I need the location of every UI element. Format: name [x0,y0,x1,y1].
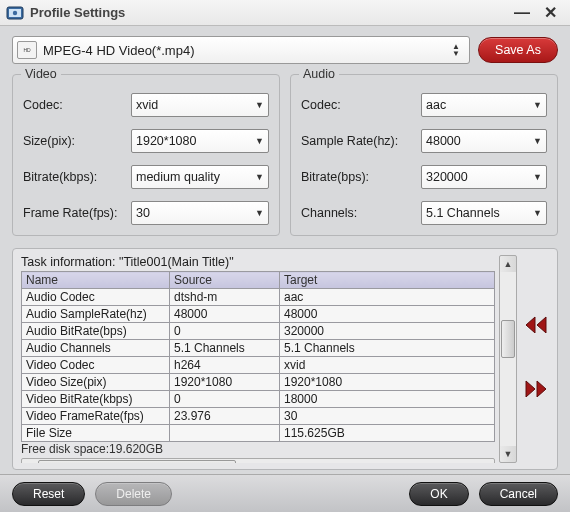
video-codec-label: Codec: [23,98,131,112]
table-row[interactable]: Video FrameRate(fps)23.97630 [22,408,495,425]
free-disk-label: Free disk space:19.620GB [21,442,495,456]
cell-source: h264 [170,357,280,374]
cell-name: Audio Channels [22,340,170,357]
table-row[interactable]: Video BitRate(kbps)018000 [22,391,495,408]
profile-select[interactable]: HD MPEG-4 HD Video(*.mp4) ▲▼ [12,36,470,64]
save-as-button[interactable]: Save As [478,37,558,63]
cell-source: 48000 [170,306,280,323]
cell-target: 1920*1080 [280,374,495,391]
col-name[interactable]: Name [22,272,170,289]
chevron-down-icon: ▼ [251,172,264,182]
video-legend: Video [21,67,61,81]
bottom-bar: Reset Delete OK Cancel [0,474,570,512]
cell-source: 0 [170,391,280,408]
cell-target: aac [280,289,495,306]
cancel-button[interactable]: Cancel [479,482,558,506]
updown-icon: ▲▼ [447,43,465,57]
reset-button[interactable]: Reset [12,482,85,506]
cell-source: dtshd-m [170,289,280,306]
cell-source: 23.976 [170,408,280,425]
video-framerate-label: Frame Rate(fps): [23,206,131,220]
profile-select-value: MPEG-4 HD Video(*.mp4) [43,43,447,58]
audio-bitrate-select[interactable]: 320000▼ [421,165,547,189]
title-bar: Profile Settings — ✕ [0,0,570,26]
audio-channels-label: Channels: [301,206,421,220]
video-size-select[interactable]: 1920*1080▼ [131,129,269,153]
audio-codec-label: Codec: [301,98,421,112]
video-codec-select[interactable]: xvid▼ [131,93,269,117]
minimize-button[interactable]: — [508,4,536,22]
cell-name: Video Codec [22,357,170,374]
chevron-down-icon: ▼ [529,208,542,218]
video-file-icon: HD [17,41,37,59]
audio-samplerate-select[interactable]: 48000▼ [421,129,547,153]
scroll-left-icon[interactable]: ◀ [22,461,38,464]
scroll-right-icon[interactable]: ▶ [478,461,494,464]
scroll-thumb-v[interactable] [501,320,515,358]
chevron-down-icon: ▼ [529,136,542,146]
ok-button[interactable]: OK [409,482,468,506]
cell-target: 115.625GB [280,425,495,442]
video-framerate-select[interactable]: 30▼ [131,201,269,225]
col-source[interactable]: Source [170,272,280,289]
col-target[interactable]: Target [280,272,495,289]
video-panel: Video Codec: xvid▼ Size(pix): 1920*1080▼… [12,74,280,236]
cell-target: 48000 [280,306,495,323]
cell-target: 18000 [280,391,495,408]
audio-bitrate-label: Bitrate(bps): [301,170,421,184]
window-title: Profile Settings [30,5,508,20]
cell-name: File Size [22,425,170,442]
audio-channels-select[interactable]: 5.1 Channels▼ [421,201,547,225]
cell-source [170,425,280,442]
chevron-down-icon: ▼ [529,100,542,110]
close-button[interactable]: ✕ [536,3,564,22]
prev-task-button[interactable] [524,315,548,339]
next-task-button[interactable] [524,379,548,403]
table-row[interactable]: Audio BitRate(bps)0320000 [22,323,495,340]
cell-target: 30 [280,408,495,425]
table-row[interactable]: Audio Codecdtshd-maac [22,289,495,306]
audio-samplerate-label: Sample Rate(hz): [301,134,421,148]
chevron-down-icon: ▼ [529,172,542,182]
video-bitrate-select[interactable]: medium quality▼ [131,165,269,189]
table-row[interactable]: Video Size(pix)1920*10801920*1080 [22,374,495,391]
cell-name: Video Size(pix) [22,374,170,391]
task-table: Name Source Target Audio Codecdtshd-maac… [21,271,495,442]
horizontal-scrollbar[interactable]: ◀ ▶ [21,458,495,463]
scroll-thumb-h[interactable] [38,460,236,463]
table-row[interactable]: Audio Channels5.1 Channels5.1 Channels [22,340,495,357]
cell-name: Audio BitRate(bps) [22,323,170,340]
table-row[interactable]: File Size115.625GB [22,425,495,442]
table-row[interactable]: Audio SampleRate(hz)4800048000 [22,306,495,323]
chevron-down-icon: ▼ [251,136,264,146]
cell-name: Audio Codec [22,289,170,306]
cell-target: xvid [280,357,495,374]
task-info-panel: Task information: "Title001(Main Title)"… [12,248,558,470]
cell-source: 0 [170,323,280,340]
svg-point-2 [13,10,17,14]
cell-target: 5.1 Channels [280,340,495,357]
scroll-down-icon[interactable]: ▼ [500,446,516,462]
video-bitrate-label: Bitrate(kbps): [23,170,131,184]
vertical-scrollbar[interactable]: ▲ ▼ [499,255,517,463]
cell-name: Video BitRate(kbps) [22,391,170,408]
task-caption: Task information: "Title001(Main Title)" [21,255,495,269]
audio-codec-select[interactable]: aac▼ [421,93,547,117]
cell-source: 1920*1080 [170,374,280,391]
cell-target: 320000 [280,323,495,340]
delete-button: Delete [95,482,172,506]
app-icon [6,4,24,22]
audio-legend: Audio [299,67,339,81]
video-size-label: Size(pix): [23,134,131,148]
chevron-down-icon: ▼ [251,100,264,110]
scroll-up-icon[interactable]: ▲ [500,256,516,272]
table-row[interactable]: Video Codech264xvid [22,357,495,374]
chevron-down-icon: ▼ [251,208,264,218]
audio-panel: Audio Codec: aac▼ Sample Rate(hz): 48000… [290,74,558,236]
cell-name: Video FrameRate(fps) [22,408,170,425]
cell-name: Audio SampleRate(hz) [22,306,170,323]
cell-source: 5.1 Channels [170,340,280,357]
